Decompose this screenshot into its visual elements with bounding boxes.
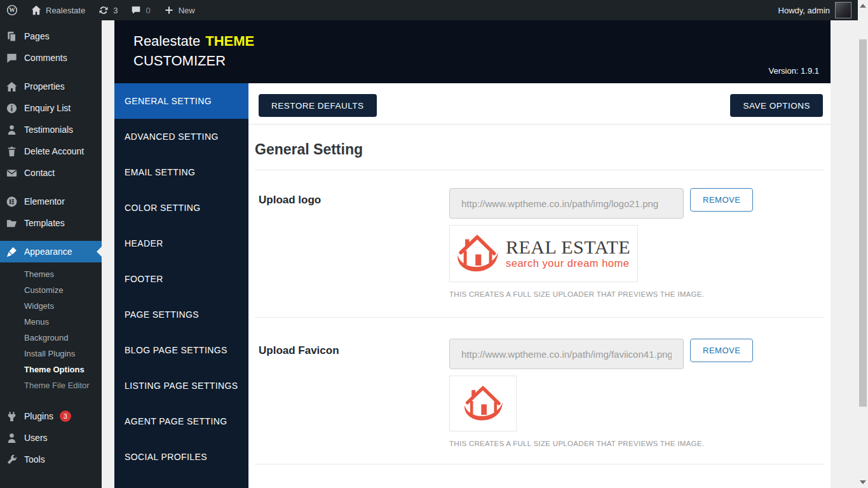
tab-social-profiles[interactable]: SOCIAL PROFILES — [114, 439, 248, 475]
tab-page-settings[interactable]: PAGE SETTINGS — [114, 297, 248, 332]
plugins-update-badge: 3 — [60, 410, 71, 422]
sidebar-item-appearance[interactable]: Appearance — [0, 241, 102, 262]
appearance-submenu: Themes Customize Widgets Menus Backgroun… — [0, 262, 102, 398]
sidebar-item-properties[interactable]: Properties — [0, 76, 102, 97]
sidebar-item-comments[interactable]: Comments — [0, 47, 102, 69]
save-options-button[interactable]: SAVE OPTIONS — [730, 94, 823, 117]
menu-separator — [0, 184, 102, 191]
settings-tab-list: GENERAL SETTING ADVANCED SETTING EMAIL S… — [114, 83, 248, 488]
howdy-label[interactable]: Howdy, admin — [778, 6, 830, 15]
panel-title-line2: CUSTOMIZER — [133, 53, 831, 69]
sidebar-item-delete-account[interactable]: Delete Account — [0, 140, 102, 162]
restore-defaults-button[interactable]: RESTORE DEFAULTS — [259, 94, 377, 117]
submenu-item-customize[interactable]: Customize — [0, 282, 102, 298]
trash-icon — [5, 145, 18, 158]
comments-icon — [5, 51, 18, 64]
general-setting-section: General Setting Upload logo REMOVE — [248, 141, 831, 464]
sidebar-item-templates[interactable]: Templates — [0, 212, 102, 234]
sidebar-item-enquiry-list[interactable]: Enquiry List — [0, 97, 102, 119]
active-menu-arrow — [92, 247, 102, 257]
section-title: General Setting — [255, 141, 824, 158]
pages-icon — [5, 30, 18, 43]
admin-bar-left: W Realestate 3 0 New — [0, 0, 201, 20]
submenu-item-themes[interactable]: Themes — [0, 266, 102, 282]
panel-header: RealestateTHEME CUSTOMIZER Version: 1.9.… — [114, 20, 831, 83]
remove-favicon-button[interactable]: REMOVE — [690, 339, 753, 362]
upload-logo-input-line: REMOVE — [449, 188, 824, 219]
admin-menu: Media Pages Comments Properties En — [0, 20, 102, 470]
site-name-label: Realestate — [46, 6, 85, 15]
house-icon — [5, 80, 18, 93]
upload-favicon-field: REMOVE THIS CREATES A FULL SIZE UP — [449, 339, 824, 447]
updates-count: 3 — [113, 6, 118, 15]
submenu-item-widgets[interactable]: Widgets — [0, 298, 102, 314]
admin-sidebar: Media Pages Comments Properties En — [0, 20, 102, 488]
updates-icon — [98, 4, 109, 16]
page-scrollbar[interactable] — [858, 0, 868, 488]
paintbrush-icon — [5, 245, 18, 258]
avatar[interactable] — [835, 2, 851, 18]
submenu-item-background[interactable]: Background — [0, 330, 102, 346]
new-label: New — [179, 6, 195, 15]
favicon-url-input[interactable] — [449, 339, 684, 369]
logo-url-input[interactable] — [449, 188, 684, 219]
updates-button[interactable]: 3 — [92, 0, 124, 20]
site-name-button[interactable]: Realestate — [24, 0, 92, 20]
tab-agent-page-setting[interactable]: AGENT PAGE SETTING — [114, 403, 248, 439]
wordpress-menu-button[interactable]: W — [0, 0, 24, 20]
tab-advanced-setting[interactable]: ADVANCED SETTING — [114, 119, 248, 154]
logo-brand-text: REAL ESTATE search your dream home — [506, 238, 630, 269]
media-icon — [5, 20, 18, 21]
panel-body: GENERAL SETTING ADVANCED SETTING EMAIL S… — [114, 83, 831, 488]
tab-footer[interactable]: FOOTER — [114, 261, 248, 297]
submenu-item-install-plugins[interactable]: Install Plugins — [0, 346, 102, 362]
sidebar-item-tools[interactable]: Tools — [0, 449, 102, 470]
admin-bar-right: Howdy, admin — [778, 2, 858, 18]
scrollbar-thumb[interactable] — [859, 39, 867, 407]
settings-content: RESTORE DEFAULTS SAVE OPTIONS General Se… — [248, 83, 831, 488]
comments-count: 0 — [146, 6, 150, 15]
logo-brand-name: REAL ESTATE — [506, 238, 630, 257]
elementor-icon — [5, 195, 18, 208]
sidebar-item-pages[interactable]: Pages — [0, 25, 102, 47]
favicon-preview-image — [449, 376, 517, 431]
scrollbar-up-arrow[interactable] — [860, 4, 866, 8]
submenu-item-theme-file-editor[interactable]: Theme File Editor — [0, 377, 102, 393]
tab-general-setting[interactable]: GENERAL SETTING — [114, 83, 248, 119]
sidebar-item-contact[interactable]: Contact — [0, 162, 102, 184]
theme-options-panel: RealestateTHEME CUSTOMIZER Version: 1.9.… — [114, 20, 831, 488]
logo-preview-image: REAL ESTATE search your dream home — [449, 225, 638, 282]
wordpress-logo-icon: W — [6, 4, 18, 16]
upload-logo-label: Upload logo — [255, 188, 449, 298]
upload-logo-field: REMOVE REAL ESTATE — [449, 188, 824, 298]
admin-bar: W Realestate 3 0 New — [0, 0, 858, 20]
upload-favicon-row: Upload Favicon REMOVE — [255, 318, 824, 464]
uploader-caption: THIS CREATES A FULL SIZE UPLOADER THAT P… — [449, 440, 824, 447]
envelope-icon — [5, 166, 18, 179]
comments-button[interactable]: 0 — [124, 0, 156, 20]
sidebar-item-media[interactable]: Media — [0, 20, 102, 25]
sidebar-item-testimonials[interactable]: Testimonials — [0, 119, 102, 140]
panel-title-word1: Realestate — [133, 33, 200, 49]
submenu-item-theme-options[interactable]: Theme Options — [0, 362, 102, 377]
sidebar-item-users[interactable]: Users — [0, 427, 102, 449]
info-icon — [5, 102, 18, 114]
remove-logo-button[interactable]: REMOVE — [690, 188, 753, 212]
new-content-button[interactable]: New — [157, 0, 201, 20]
wrench-icon — [5, 453, 18, 466]
upload-favicon-label: Upload Favicon — [255, 339, 449, 447]
comment-icon — [130, 4, 142, 16]
submenu-item-menus[interactable]: Menus — [0, 314, 102, 330]
tab-email-setting[interactable]: EMAIL SETTING — [114, 154, 248, 190]
sidebar-item-plugins[interactable]: Plugins 3 — [0, 405, 102, 427]
upload-logo-row: Upload logo REMOVE — [255, 170, 824, 318]
favicon-house-icon — [462, 383, 504, 424]
scrollbar-down-arrow[interactable] — [860, 480, 866, 484]
tab-header[interactable]: HEADER — [114, 226, 248, 261]
tab-color-setting[interactable]: COLOR SETTING — [114, 190, 248, 226]
sidebar-item-elementor[interactable]: Elementor — [0, 191, 102, 212]
tab-blog-page-settings[interactable]: BLOG PAGE SETTINGS — [114, 332, 248, 368]
plus-icon — [163, 4, 175, 16]
tab-listing-page-settings[interactable]: LISTING PAGE SETTINGS — [114, 368, 248, 403]
menu-separator — [0, 398, 102, 405]
